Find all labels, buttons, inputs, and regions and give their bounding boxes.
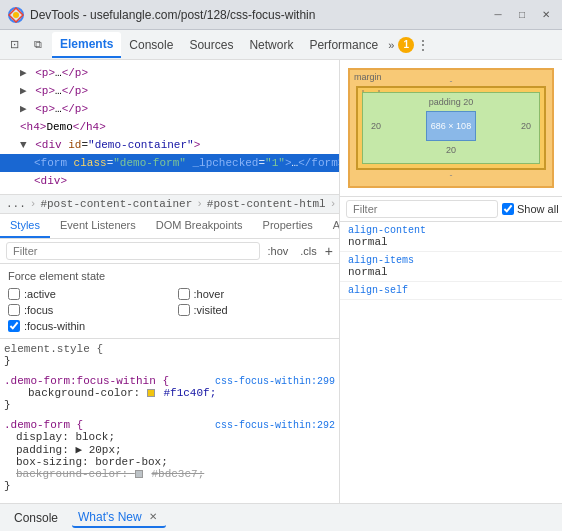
favicon: [8, 7, 24, 23]
css-file-ref[interactable]: css-focus-within:292: [215, 420, 335, 431]
force-state-section: Force element state :active :hover :focu…: [0, 264, 339, 339]
state-hover[interactable]: :hover: [178, 288, 332, 300]
css-file-ref[interactable]: css-focus-within:299: [215, 376, 335, 387]
console-label: Console: [14, 511, 58, 525]
tab-performance[interactable]: Performance: [301, 32, 386, 58]
tree-line[interactable]: ▶ <p>…</p>: [0, 82, 339, 100]
svg-point-1: [13, 12, 19, 18]
computed-prop-item: align-items normal: [340, 252, 562, 282]
tree-line[interactable]: ▶ <p>…</p>: [0, 64, 339, 82]
state-active-checkbox[interactable]: [8, 288, 20, 300]
right-panel: margin - border padding 20 20 686 × 108 …: [340, 60, 562, 503]
tab-elements[interactable]: Elements: [52, 32, 121, 58]
top-margin-value: -: [356, 76, 546, 86]
computed-props-list: align-content normal align-items normal …: [340, 222, 562, 503]
state-hover-checkbox[interactable]: [178, 288, 190, 300]
box-middle: 20 686 × 108 20: [367, 107, 535, 145]
tabs-overflow[interactable]: »: [388, 39, 394, 51]
padding-top-label: padding 20: [367, 97, 535, 107]
padding-layer: padding 20 20 686 × 108 20 20: [362, 92, 540, 164]
tab-styles[interactable]: Styles: [0, 214, 50, 238]
margin-label: margin: [354, 72, 382, 82]
color-swatch[interactable]: [147, 389, 155, 397]
state-active[interactable]: :active: [8, 288, 162, 300]
show-all-text: Show all: [517, 203, 559, 215]
minimize-button[interactable]: ─: [490, 7, 506, 23]
color-swatch-strikethrough[interactable]: [135, 470, 143, 478]
css-rule-close: }: [4, 355, 335, 367]
main-content: ▶ <p>…</p> ▶ <p>…</p> ▶ <p>…</p> <h4>Dem…: [0, 60, 562, 503]
tab-event-listeners[interactable]: Event Listeners: [50, 214, 146, 238]
breadcrumb-item[interactable]: #post-content-html: [207, 198, 326, 210]
computed-filter: Show all: [340, 197, 562, 222]
tab-properties[interactable]: Properties: [253, 214, 323, 238]
css-property-background[interactable]: background-color: #bdc3c7;: [4, 468, 335, 480]
css-close: }: [4, 480, 335, 492]
state-focus[interactable]: :focus: [8, 304, 162, 316]
prop-value: normal: [348, 266, 554, 278]
prop-name[interactable]: align-content: [348, 225, 554, 236]
left-panel: ▶ <p>…</p> ▶ <p>…</p> ▶ <p>…</p> <h4>Dem…: [0, 60, 340, 503]
whats-new-label: What's New: [78, 510, 142, 524]
breadcrumb-item[interactable]: #post-content-container: [40, 198, 192, 210]
box-model-area: margin - border padding 20 20 686 × 108 …: [340, 60, 562, 197]
maximize-button[interactable]: □: [514, 7, 530, 23]
computed-prop-item: align-self: [340, 282, 562, 300]
state-focus-within[interactable]: :focus-within: [8, 320, 162, 332]
css-rule-focus-within: .demo-form:focus-within { css-focus-with…: [4, 375, 335, 411]
html-tree: ▶ <p>…</p> ▶ <p>…</p> ▶ <p>…</p> <h4>Dem…: [0, 60, 339, 195]
tree-line-selected[interactable]: <form class="demo-form" _lpchecked="1">……: [0, 154, 339, 172]
breadcrumb-item[interactable]: ...: [6, 198, 26, 210]
inspect-icon[interactable]: ⊡: [4, 35, 24, 55]
cls-button[interactable]: .cls: [296, 243, 321, 259]
tree-line[interactable]: ▶ <p>…</p>: [0, 100, 339, 118]
css-close: }: [4, 399, 335, 411]
css-rules: element.style { } .demo-form:focus-withi…: [0, 339, 339, 503]
hov-button[interactable]: :hov: [264, 243, 293, 259]
tree-line[interactable]: <div>: [0, 172, 339, 190]
whats-new-close-icon[interactable]: ✕: [146, 510, 160, 523]
filter-bar: :hov .cls +: [0, 239, 339, 264]
css-property-display[interactable]: display: block;: [4, 431, 335, 443]
state-visited-checkbox[interactable]: [178, 304, 190, 316]
breadcrumb: ... › #post-content-container › #post-co…: [0, 195, 339, 214]
tab-dom-breakpoints[interactable]: DOM Breakpoints: [146, 214, 253, 238]
tab-sources[interactable]: Sources: [181, 32, 241, 58]
warning-badge: 1: [398, 37, 414, 53]
prop-value: normal: [348, 236, 554, 248]
css-property[interactable]: background-color: #f1c40f;: [4, 387, 335, 399]
padding-left-value: 20: [367, 121, 385, 131]
css-selector[interactable]: .demo-form:focus-within {: [4, 375, 169, 387]
devtools-menu-icon[interactable]: ⋮: [416, 37, 430, 53]
css-selector[interactable]: .demo-form {: [4, 419, 83, 431]
css-property-padding[interactable]: padding: ▶ 20px;: [4, 443, 335, 456]
bottom-margin-value: -: [356, 170, 546, 180]
prop-name[interactable]: align-self: [348, 285, 554, 296]
box-model: margin - border padding 20 20 686 × 108 …: [348, 68, 554, 188]
tab-network[interactable]: Network: [241, 32, 301, 58]
css-rule-element: element.style { }: [4, 343, 335, 367]
tree-line[interactable]: <h4>Demo</h4>: [0, 118, 339, 136]
close-button[interactable]: ✕: [538, 7, 554, 23]
tab-accessibility[interactable]: Accessibility: [323, 214, 340, 238]
computed-filter-input[interactable]: [346, 200, 498, 218]
state-focus-checkbox[interactable]: [8, 304, 20, 316]
tree-line[interactable]: ▼ <div id="demo-container">: [0, 136, 339, 154]
show-all-checkbox[interactable]: [502, 203, 514, 215]
state-focus-within-checkbox[interactable]: [8, 320, 20, 332]
bottom-bar: Console What's New ✕: [0, 503, 562, 531]
prop-name[interactable]: align-items: [348, 255, 554, 266]
bottom-tab-whats-new[interactable]: What's New ✕: [72, 508, 166, 528]
force-state-title: Force element state: [8, 270, 331, 282]
bottom-tab-console[interactable]: Console: [8, 509, 64, 527]
show-all-label[interactable]: Show all: [502, 203, 559, 215]
state-visited[interactable]: :visited: [178, 304, 332, 316]
device-icon[interactable]: ⧉: [28, 35, 48, 55]
tab-console[interactable]: Console: [121, 32, 181, 58]
tab-bar: ⊡ ⧉ Elements Console Sources Network Per…: [0, 30, 562, 60]
computed-prop-item: align-content normal: [340, 222, 562, 252]
title-text: DevTools - usefulangle.com/post/128/css-…: [30, 8, 490, 22]
css-property-box-sizing[interactable]: box-sizing: border-box;: [4, 456, 335, 468]
add-style-icon[interactable]: +: [325, 243, 333, 259]
style-filter-input[interactable]: [6, 242, 260, 260]
